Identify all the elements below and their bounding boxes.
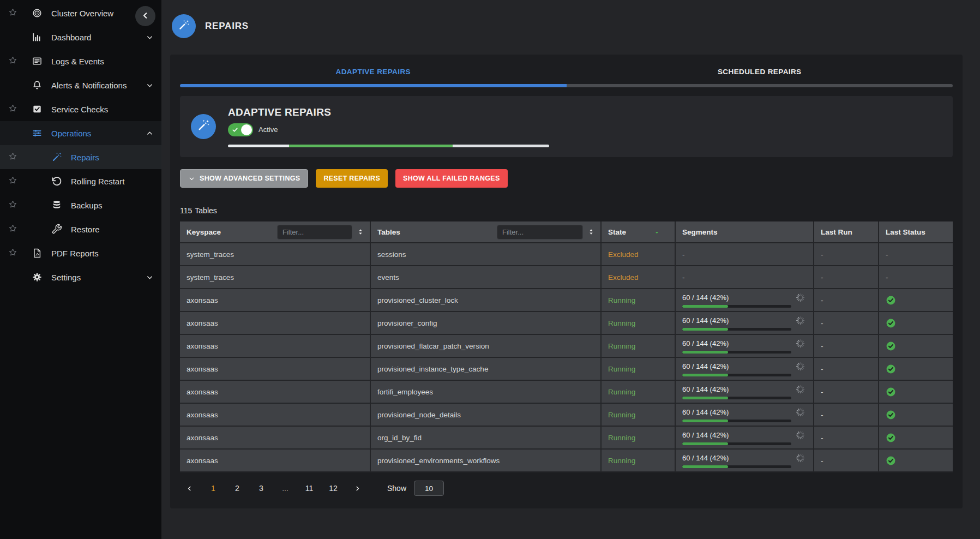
sidebar-item[interactable]: Logs & Events — [0, 49, 161, 73]
progress-segment — [228, 145, 289, 147]
check-circle-icon — [886, 318, 946, 328]
star-icon[interactable] — [8, 248, 17, 259]
star-icon[interactable] — [8, 56, 17, 67]
cell-last-status — [879, 404, 953, 427]
cell-table: provisioned_instance_type_cache — [371, 358, 602, 381]
state-badge: Running — [608, 411, 635, 419]
sidebar-item[interactable]: Operations — [0, 121, 161, 145]
sidebar-item[interactable]: Backups — [0, 193, 161, 217]
page-number[interactable]: 2 — [229, 480, 245, 496]
page-number[interactable]: ... — [277, 480, 293, 496]
page-size-select[interactable]: 10 — [414, 481, 444, 496]
sidebar-item-label: Operations — [51, 129, 146, 138]
cell-last-run: - — [814, 450, 879, 472]
sidebar-item[interactable]: PDF Reports — [0, 241, 161, 265]
cell-last-run: - — [814, 289, 879, 312]
cell-table: provisioned_cluster_lock — [371, 289, 602, 312]
action-button[interactable]: SHOW ALL FAILED RANGES — [395, 169, 507, 188]
keyspace-sort-button[interactable] — [357, 228, 364, 236]
gear-icon — [31, 272, 44, 283]
sidebar-item[interactable]: Dashboard — [0, 25, 161, 49]
cell-table: org_id_by_fid — [371, 427, 602, 450]
prev-page-button[interactable] — [181, 480, 197, 496]
state-badge: Running — [608, 434, 635, 442]
chevron-down-icon[interactable] — [146, 81, 154, 89]
spinner-icon — [795, 361, 805, 372]
cell-last-run: - — [814, 404, 879, 427]
segments-progress-fill — [682, 465, 728, 468]
cell-segments: - — [676, 243, 814, 266]
star-icon[interactable] — [8, 104, 17, 115]
page-number[interactable]: 11 — [301, 480, 317, 496]
sidebar-item[interactable]: Settings — [0, 265, 161, 289]
star-icon[interactable] — [8, 8, 17, 19]
adaptive-repairs-panel-body: ADAPTIVE REPAIRS Active — [228, 106, 942, 147]
sidebar-item[interactable]: Rolling Restart — [0, 169, 161, 193]
star-icon[interactable] — [8, 176, 17, 187]
segments-empty: - — [682, 250, 685, 259]
last-status-empty: - — [886, 250, 888, 259]
cell-segments: 60 / 144 (42%) — [676, 335, 814, 358]
repairs-page-badge — [172, 14, 196, 38]
sidebar-item[interactable]: Repairs — [0, 145, 161, 169]
chevron-down-icon[interactable] — [146, 33, 154, 41]
star-icon[interactable] — [8, 200, 17, 211]
pagination: 123...1112 Show 10 — [180, 480, 953, 496]
tab[interactable]: ADAPTIVE REPAIRS — [180, 68, 567, 76]
logs-icon — [31, 56, 44, 67]
star-icon[interactable] — [8, 152, 17, 163]
tables-filter-input[interactable] — [497, 225, 583, 239]
segments-progress-fill — [682, 328, 728, 331]
cell-segments: 60 / 144 (42%) — [676, 358, 814, 381]
adaptive-repairs-badge — [191, 114, 216, 139]
segments-progress-fill — [682, 305, 728, 308]
cell-table: provisioner_config — [371, 312, 602, 335]
cell-segments: 60 / 144 (42%) — [676, 427, 814, 450]
sidebar-item[interactable]: Restore — [0, 217, 161, 241]
sidebar-item-label: Restore — [71, 225, 154, 234]
cell-keyspace: system_traces — [180, 266, 371, 289]
page-number[interactable]: 1 — [205, 480, 221, 496]
cell-last-run: - — [814, 312, 879, 335]
cell-last-status: - — [879, 243, 953, 266]
sidebar-collapse-button[interactable] — [135, 6, 155, 26]
action-button[interactable]: RESET REPAIRS — [316, 169, 388, 188]
table-row: axonsaas provisioned_node_details Runnin… — [180, 404, 953, 427]
column-header-state: State — [602, 221, 676, 243]
segments-progress-fill — [682, 351, 728, 354]
last-status-empty: - — [886, 273, 888, 282]
cell-keyspace: axonsaas — [180, 335, 371, 358]
tables-count-number: 115 — [180, 206, 192, 215]
cell-table: provisioned_environments_workflows — [371, 450, 602, 472]
cell-keyspace: axonsaas — [180, 427, 371, 450]
active-toggle[interactable] — [228, 123, 253, 136]
keyspace-filter-input[interactable] — [277, 225, 352, 239]
chevron-down-icon[interactable] — [146, 273, 154, 282]
column-header-last-run: Last Run — [814, 221, 879, 243]
cell-last-run: - — [814, 266, 879, 289]
cell-table: provisioned_flatcar_patch_version — [371, 335, 602, 358]
next-page-button[interactable] — [349, 480, 365, 496]
repairs-card: ADAPTIVE REPAIRS SCHEDULED REPAIRS ADAPT… — [170, 55, 963, 508]
progress-segment — [289, 145, 453, 147]
page-number[interactable]: 12 — [325, 480, 341, 496]
check-circle-icon — [886, 341, 946, 351]
sidebar-item-label: Settings — [51, 273, 146, 282]
state-sort-desc-button[interactable] — [653, 229, 660, 236]
chevron-up-icon[interactable] — [146, 129, 154, 137]
tables-sort-button[interactable] — [587, 228, 595, 236]
cell-last-run: - — [814, 381, 879, 404]
favorite-star-slot — [0, 104, 25, 115]
magic-wand-icon — [50, 152, 63, 163]
action-button[interactable]: SHOW ADVANCED SETTINGS — [180, 169, 308, 188]
spinner-icon — [795, 407, 805, 417]
sidebar-item[interactable]: Service Checks — [0, 97, 161, 121]
page-number[interactable]: 3 — [253, 480, 269, 496]
sidebar-item[interactable]: Alerts & Notifications — [0, 73, 161, 97]
segments-text: 60 / 144 (42%) — [682, 408, 729, 416]
cell-last-status — [879, 335, 953, 358]
favorite-star-slot — [0, 200, 25, 211]
star-icon[interactable] — [8, 224, 17, 235]
sidebar-item-label: Rolling Restart — [71, 177, 154, 186]
tab[interactable]: SCHEDULED REPAIRS — [567, 68, 953, 76]
